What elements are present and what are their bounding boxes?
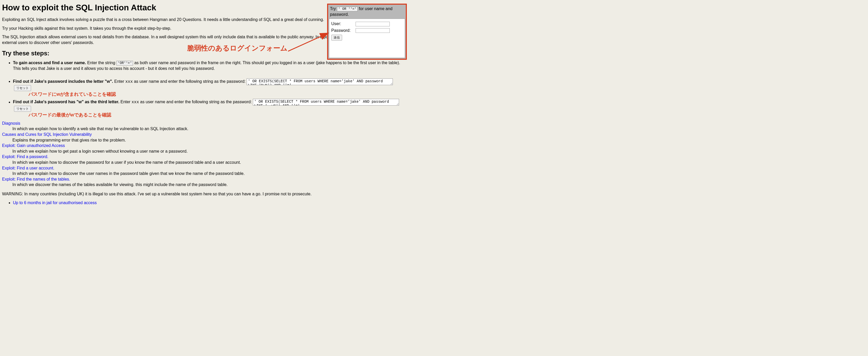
- login-hint-before: Try: [330, 6, 337, 11]
- login-form: User: Password: 送信: [329, 19, 405, 58]
- step-3-password-textarea[interactable]: [253, 99, 399, 105]
- step-3-mid1: Enter: [119, 100, 131, 104]
- user-label: User:: [331, 21, 354, 27]
- link-exploit-access-desc: In which we explain how to get past a lo…: [12, 149, 408, 154]
- step-1-lead: To gain access and find a user name.: [13, 61, 86, 65]
- password-input[interactable]: [355, 28, 390, 33]
- link-exploit-user[interactable]: Exploit: Find a user account.: [2, 166, 54, 170]
- step-2-mid1: Enter: [113, 79, 125, 84]
- link-causes[interactable]: Causes and Cures for SQL Injection Vulne…: [2, 132, 92, 137]
- step-3: Find out if Jake's password has "w" as t…: [13, 99, 408, 118]
- step-2-reset-button[interactable]: リセット: [14, 85, 31, 91]
- step-3-mid2: as user name and enter the following str…: [139, 100, 252, 104]
- form-annotation-label: 脆弱性のあるログインフォーム: [187, 43, 287, 53]
- submit-button[interactable]: 送信: [331, 35, 342, 41]
- step-3-xxx: xxx: [131, 100, 139, 105]
- step-1-text-before: Enter the string: [86, 61, 116, 65]
- link-jail-warning[interactable]: Up to 6 months in jail for unauthorised …: [13, 200, 97, 205]
- steps-list: To gain access and find a user name. Ent…: [2, 60, 408, 118]
- login-hint: Try ' OR ''=' for user name and password…: [330, 6, 404, 17]
- step-2-annotation: パスワードにwが含まれていることを確認: [28, 91, 408, 97]
- link-diagnosis-desc: In which we explain how to identify a we…: [12, 126, 408, 132]
- link-exploit-tables[interactable]: Exploit: Find the names of the tables.: [2, 177, 70, 181]
- step-2-password-textarea[interactable]: [247, 78, 393, 85]
- warning-paragraph: WARNING: In many countries (including UK…: [2, 191, 408, 197]
- step-2-xxx: xxx: [125, 79, 133, 84]
- step-3-lead: Find out if Jake's password has "w" as t…: [13, 100, 119, 104]
- user-input[interactable]: [355, 22, 390, 26]
- step-2: Find out if Jake's password includes the…: [13, 78, 408, 98]
- link-exploit-user-desc: In which we explain how to discover the …: [12, 171, 408, 176]
- step-3-annotation: パスワードの最後がwであることを確認: [28, 112, 408, 118]
- link-exploit-access[interactable]: Exploit: Gain unauthorized Access: [2, 143, 65, 148]
- step-2-mid2: as user name and enter the following str…: [133, 79, 246, 84]
- links-section: Diagnosis In which we explain how to ide…: [2, 121, 408, 188]
- link-exploit-tables-desc: In which we discover the names of the ta…: [12, 182, 408, 188]
- warning-list: Up to 6 months in jail for unauthorised …: [2, 200, 408, 206]
- step-1-code: 'OR''=': [117, 61, 133, 65]
- login-box: Try ' OR ''=' for user name and password…: [327, 4, 407, 60]
- step-3-reset-button[interactable]: リセット: [14, 106, 31, 112]
- step-1: To gain access and find a user name. Ent…: [13, 60, 408, 77]
- login-hint-code: ' OR ''=': [337, 7, 358, 11]
- link-diagnosis[interactable]: Diagnosis: [2, 121, 20, 126]
- password-label: Password:: [331, 28, 354, 33]
- link-exploit-password-desc: In which we explain how to discover the …: [12, 160, 408, 165]
- step-2-lead: Find out if Jake's password includes the…: [13, 79, 113, 84]
- link-exploit-password[interactable]: Exploit: Find a password.: [2, 155, 49, 159]
- link-causes-desc: Explains the programming error that give…: [12, 137, 408, 143]
